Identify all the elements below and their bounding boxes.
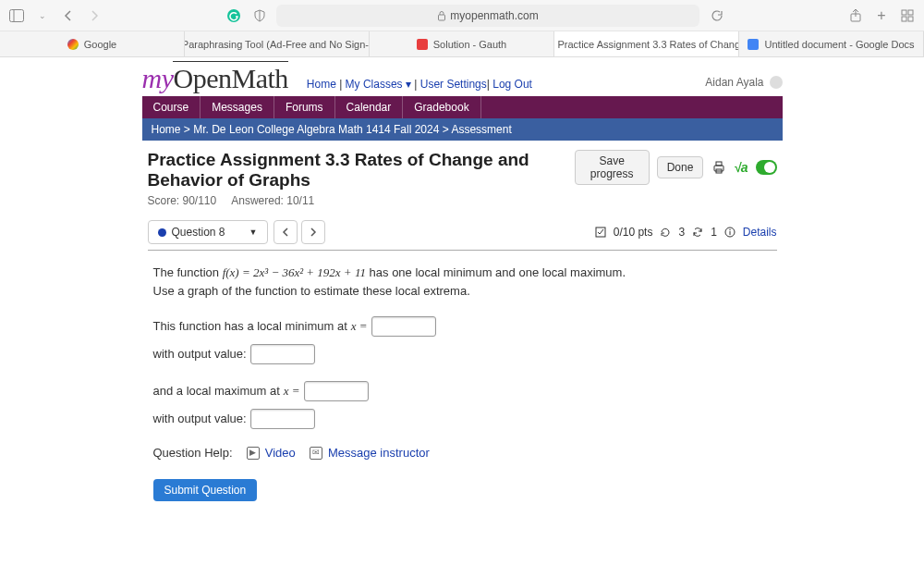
math-input-toggle[interactable] (756, 160, 777, 175)
sidebar-toggle-icon[interactable] (7, 6, 26, 25)
attempts-label: 1 (711, 226, 717, 239)
min-x-input[interactable] (371, 316, 436, 337)
tab-paraphrasing[interactable]: Paraphrasing Tool (Ad-Free and No Sign-.… (185, 31, 370, 56)
menu-calendar[interactable]: Calendar (335, 96, 404, 118)
retries-label: 3 (678, 226, 685, 239)
share-icon[interactable] (846, 6, 865, 25)
svg-rect-7 (908, 10, 913, 15)
breadcrumb: Home > Mr. De Leon College Algebra Math … (142, 118, 783, 141)
lock-icon (437, 10, 446, 21)
details-link[interactable]: Details (743, 226, 777, 239)
menu-gradebook[interactable]: Gradebook (403, 96, 480, 118)
nav-myclasses[interactable]: My Classes ▾ (346, 78, 411, 91)
url-text: myopenmath.com (450, 9, 538, 22)
save-button[interactable]: Save progress (575, 150, 650, 185)
tab-google[interactable]: Google (0, 31, 185, 56)
logo[interactable]: myOpenMath (142, 63, 288, 94)
min-output-input[interactable] (250, 344, 315, 364)
play-icon: ▶ (247, 447, 260, 460)
formula: f(x) = 2x³ − 36x² + 192x + 11 (223, 265, 366, 279)
math-toggle-icon: √a (734, 160, 748, 175)
answered-label: Answered: 10/11 (231, 194, 314, 207)
browser-tabs: Google Paraphrasing Tool (Ad-Free and No… (0, 31, 924, 57)
page-title: Practice Assignment 3.3 Rates of Change … (148, 150, 567, 191)
question-selector[interactable]: Question 8 ▼ (148, 220, 268, 244)
points-label: 0/10 pts (614, 226, 653, 239)
svg-rect-9 (908, 17, 913, 21)
avatar (770, 76, 783, 89)
course-menubar: Course Messages Forums Calendar Gradeboo… (142, 96, 783, 118)
url-bar[interactable]: myopenmath.com (276, 5, 700, 27)
site-header: myOpenMath Home | My Classes ▾ | User Se… (142, 57, 783, 96)
prev-question-button[interactable] (274, 220, 298, 244)
max-output-input[interactable] (250, 409, 315, 429)
next-question-button[interactable] (301, 220, 325, 244)
done-button[interactable]: Done (657, 156, 704, 178)
crumb-course[interactable]: Mr. De Leon College Algebra Math 1414 Fa… (193, 123, 439, 136)
menu-messages[interactable]: Messages (201, 96, 274, 118)
checkbox-icon (595, 227, 606, 238)
mail-icon: ✉ (310, 447, 322, 460)
dropdown-icon[interactable]: ⌄ (33, 6, 52, 25)
status-dot-icon (158, 228, 166, 237)
tab-myopenmath[interactable]: MPractice Assignment 3.3 Rates of Chang.… (554, 31, 739, 56)
svg-rect-8 (902, 17, 906, 21)
score-label: Score: 90/110 (148, 194, 217, 207)
svg-point-16 (729, 229, 730, 230)
user-info[interactable]: Aidan Ayala (705, 76, 782, 94)
new-tab-icon[interactable]: + (872, 6, 891, 25)
crumb-home[interactable]: Home (152, 123, 181, 136)
info-icon (724, 227, 736, 238)
chevron-down-icon: ▼ (249, 228, 258, 237)
retry-icon (660, 227, 671, 238)
reload-icon[interactable] (707, 6, 725, 25)
tabs-grid-icon[interactable] (898, 6, 917, 25)
video-link[interactable]: Video (265, 444, 296, 462)
forward-icon[interactable] (85, 6, 103, 25)
svg-rect-0 (10, 9, 24, 21)
print-icon[interactable] (711, 157, 726, 178)
submit-question-button[interactable]: Submit Question (153, 479, 258, 501)
max-x-input[interactable] (304, 381, 369, 401)
nav-home[interactable]: Home (307, 78, 336, 91)
tab-googledocs[interactable]: Untitled document - Google Docs (739, 31, 924, 56)
nav-usersettings[interactable]: User Settings (420, 78, 487, 91)
svg-rect-11 (716, 162, 722, 166)
svg-rect-6 (902, 10, 906, 15)
browser-toolbar: ⌄ myopenmath.com + (0, 0, 924, 31)
grammarly-icon[interactable] (225, 6, 243, 25)
top-nav: Home | My Classes ▾ | User Settings| Log… (307, 78, 532, 94)
question-body: The function f(x) = 2x³ − 36x² + 192x + … (148, 251, 777, 514)
crumb-current: Assessment (451, 123, 511, 136)
nav-logout[interactable]: Log Out (492, 78, 532, 91)
regen-icon (692, 227, 703, 238)
tab-gauth[interactable]: Solution - Gauth (370, 31, 554, 56)
menu-forums[interactable]: Forums (274, 96, 335, 118)
shield-icon[interactable] (250, 6, 269, 25)
back-icon[interactable] (59, 6, 78, 25)
message-instructor-link[interactable]: Message instructor (328, 444, 430, 462)
svg-rect-4 (439, 15, 445, 20)
menu-course[interactable]: Course (142, 96, 201, 118)
